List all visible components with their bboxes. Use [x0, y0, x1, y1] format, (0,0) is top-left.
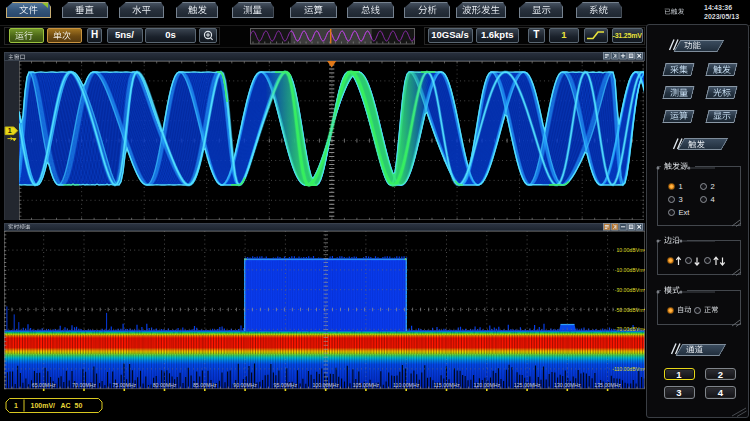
- svg-text:125.00MHz: 125.00MHz: [514, 382, 541, 388]
- svg-text:70.00MHz: 70.00MHz: [72, 382, 96, 388]
- svg-text:90.00MHz: 90.00MHz: [233, 382, 257, 388]
- svg-text:-110.00dBVm: -110.00dBVm: [612, 366, 643, 372]
- svg-text:95.00MHz: 95.00MHz: [274, 382, 298, 388]
- svg-text:80.00MHz: 80.00MHz: [153, 382, 177, 388]
- svg-text:-30.00dBVm: -30.00dBVm: [615, 286, 644, 292]
- svg-text:75.00MHz: 75.00MHz: [112, 382, 136, 388]
- svg-text:50: 50: [75, 402, 83, 409]
- svg-text:130.00MHz: 130.00MHz: [554, 382, 581, 388]
- svg-text:AC: AC: [61, 402, 71, 409]
- svg-text:135.00MHz: 135.00MHz: [594, 382, 621, 388]
- svg-text:105.00MHz: 105.00MHz: [353, 382, 380, 388]
- svg-text:120.00MHz: 120.00MHz: [474, 382, 501, 388]
- svg-text:65.00MHz: 65.00MHz: [32, 382, 56, 388]
- svg-text:100mV/: 100mV/: [31, 402, 56, 409]
- svg-text:110.00MHz: 110.00MHz: [393, 382, 420, 388]
- svg-text:100.00MHz: 100.00MHz: [312, 382, 339, 388]
- svg-text:-10.00dBVm: -10.00dBVm: [615, 267, 644, 273]
- svg-text:115.00MHz: 115.00MHz: [433, 382, 460, 388]
- svg-text:-70.00dBVm: -70.00dBVm: [615, 326, 644, 332]
- svg-text:10.00dBVm: 10.00dBVm: [616, 247, 643, 253]
- svg-text:1: 1: [14, 402, 18, 409]
- svg-text:-50.00dBVm: -50.00dBVm: [615, 306, 644, 312]
- svg-text:85.00MHz: 85.00MHz: [193, 382, 217, 388]
- svg-text:1: 1: [8, 127, 12, 134]
